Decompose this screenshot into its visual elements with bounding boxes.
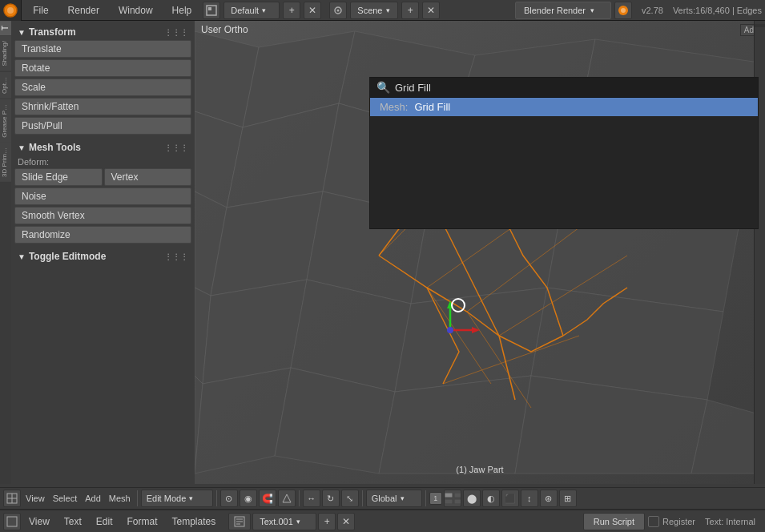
top-menubar: File Render Window Help Default ▾ + ✕ Sc… — [0, 0, 765, 21]
viewport-icon[interactable] — [3, 490, 21, 507]
scene-add-icon[interactable]: + — [401, 2, 419, 19]
screen-icon[interactable] — [203, 2, 220, 19]
svg-point-5 — [337, 9, 340, 11]
text-block-dropdown[interactable]: Text.001▾ — [252, 513, 316, 530]
proportional-edit-icon[interactable]: ⊛ — [540, 490, 558, 507]
dialog-result-row[interactable]: Mesh: Grid Fill — [370, 98, 758, 116]
app-logo — [0, 0, 22, 21]
normals-icon[interactable]: ↕ — [521, 490, 538, 507]
blender-logo-icon[interactable] — [614, 2, 632, 19]
svg-marker-29 — [195, 368, 291, 474]
randomize-button[interactable]: Randomize — [14, 226, 191, 244]
viewport-mode-icon[interactable]: ⬛ — [501, 490, 519, 507]
svg-rect-52 — [445, 499, 453, 504]
dialog-search-input[interactable] — [395, 82, 751, 94]
global-dropdown[interactable]: Global▾ — [366, 490, 422, 507]
run-script-button[interactable]: Run Script — [583, 513, 645, 530]
toggle-editmode-options[interactable]: ⋮⋮⋮ — [164, 252, 188, 261]
engine-dropdown[interactable]: Blender Render ▾ — [515, 2, 611, 19]
select-label[interactable]: Select — [50, 494, 81, 503]
status-right: Run Script Register Text: Internal — [583, 513, 762, 530]
transform-section-header[interactable]: ▼ Transform ⋮⋮⋮ — [14, 24, 191, 40]
snap-element-icon[interactable]: ⊞ — [559, 490, 577, 507]
scene-close-icon[interactable]: ✕ — [422, 2, 440, 19]
status-format[interactable]: Format — [121, 510, 164, 533]
layout-dropdown[interactable]: Default ▾ — [223, 2, 280, 19]
text-add-icon[interactable]: + — [318, 513, 336, 530]
bottom-toolbar: View Select Add Mesh Edit Mode▾ ⊙ ◉ 🧲 ↔ … — [0, 487, 765, 510]
status-templates[interactable]: Templates — [166, 510, 223, 533]
grid-fill-dialog: 🔍 Mesh: Grid Fill — [369, 77, 759, 229]
deform-label: Deform: — [14, 155, 191, 168]
layout-add-icon[interactable]: + — [283, 2, 300, 19]
text-block-icon[interactable] — [228, 513, 251, 530]
edit-mode-dropdown[interactable]: Edit Mode▾ — [141, 490, 213, 507]
register-checkbox[interactable] — [648, 516, 659, 527]
proportional-icon[interactable]: ◉ — [240, 490, 257, 507]
viewport-shading-icon[interactable]: ◐ — [482, 490, 500, 507]
dialog-empty-area — [370, 116, 758, 228]
rotate-icon[interactable]: ↻ — [322, 490, 340, 507]
rotate-button[interactable]: Rotate — [14, 59, 191, 77]
layout-close-icon[interactable]: ✕ — [304, 2, 321, 19]
manipulate-icon[interactable]: ↔ — [303, 490, 320, 507]
transform-options[interactable]: ⋮⋮⋮ — [164, 28, 188, 37]
menu-render[interactable]: Render — [60, 0, 107, 21]
smooth-vertex-button[interactable]: Smooth Vertex — [14, 207, 191, 224]
origin-icon[interactable]: ⊙ — [220, 490, 238, 507]
add-label[interactable]: Add — [82, 494, 104, 503]
status-text[interactable]: Text — [58, 510, 88, 533]
mesh-tools-arrow: ▼ — [18, 143, 26, 152]
slide-edge-button[interactable]: Slide Edge — [14, 168, 103, 186]
view-label[interactable]: View — [22, 494, 48, 503]
svg-point-45 — [447, 327, 453, 333]
scale-icon-tb[interactable]: ⤡ — [341, 490, 359, 507]
layer-icons[interactable] — [444, 490, 461, 507]
text-close-icon[interactable]: ✕ — [337, 513, 355, 530]
side-tab-grease[interactable]: Grease P… — [0, 99, 11, 143]
svg-marker-49 — [283, 494, 291, 502]
svg-rect-53 — [454, 499, 461, 504]
menu-file[interactable]: File — [25, 0, 56, 21]
viewport[interactable]: User Ortho Ad▾ (1) Jaw Part 🔍 Mesh: Grid… — [195, 21, 765, 484]
mesh-tools-options[interactable]: ⋮⋮⋮ — [164, 143, 188, 152]
svg-rect-3 — [208, 7, 211, 10]
scale-button[interactable]: Scale — [14, 79, 191, 96]
shrink-fatten-button[interactable]: Shrink/Fatten — [14, 98, 191, 115]
menu-window[interactable]: Window — [111, 0, 161, 21]
toggle-editmode-arrow: ▼ — [18, 252, 26, 261]
scene-dropdown[interactable]: Scene ▾ — [350, 2, 398, 19]
register-label: Register — [662, 517, 695, 526]
right-panel-scroll[interactable] — [755, 24, 765, 27]
mesh-label[interactable]: Mesh — [106, 494, 134, 503]
noise-button[interactable]: Noise — [14, 187, 191, 205]
tb-divider-5 — [425, 490, 426, 506]
svg-point-1 — [7, 7, 14, 14]
slide-edge-row: Slide Edge Vertex — [14, 168, 191, 186]
toggle-editmode-header[interactable]: ▼ Toggle Editmode ⋮⋮⋮ — [14, 248, 191, 264]
version-text: v2.78 — [642, 6, 663, 15]
side-tab-shading[interactable]: Shading/ — [0, 36, 11, 71]
status-view[interactable]: View — [22, 510, 56, 533]
menu-help[interactable]: Help — [164, 0, 200, 21]
status-edit[interactable]: Edit — [90, 510, 119, 533]
result-name: Grid Fill — [414, 101, 450, 113]
scene-icon[interactable] — [329, 2, 347, 19]
register-section: Register — [648, 516, 695, 527]
push-pull-button[interactable]: Push/Pull — [14, 117, 191, 135]
status-icon[interactable] — [3, 513, 21, 530]
snap-icon[interactable]: 🧲 — [259, 490, 276, 507]
translate-button[interactable]: Translate — [14, 40, 191, 58]
side-tab-3dprim[interactable]: 3D Prim… — [0, 143, 11, 182]
result-category: Mesh: — [380, 101, 408, 113]
vertex-button[interactable]: Vertex — [104, 168, 192, 186]
dialog-search-icon: 🔍 — [376, 81, 390, 94]
tb-divider-4 — [362, 490, 363, 506]
side-tab-tools[interactable]: T — [0, 21, 11, 35]
snap-type-icon[interactable] — [278, 490, 296, 507]
svg-rect-50 — [445, 493, 453, 498]
side-tab-options[interactable]: Opt… — [0, 72, 11, 99]
layer-1-icon[interactable]: 1 — [429, 492, 442, 505]
shading-icon[interactable]: ⬤ — [463, 490, 481, 507]
mesh-tools-section-header[interactable]: ▼ Mesh Tools ⋮⋮⋮ — [14, 139, 191, 155]
